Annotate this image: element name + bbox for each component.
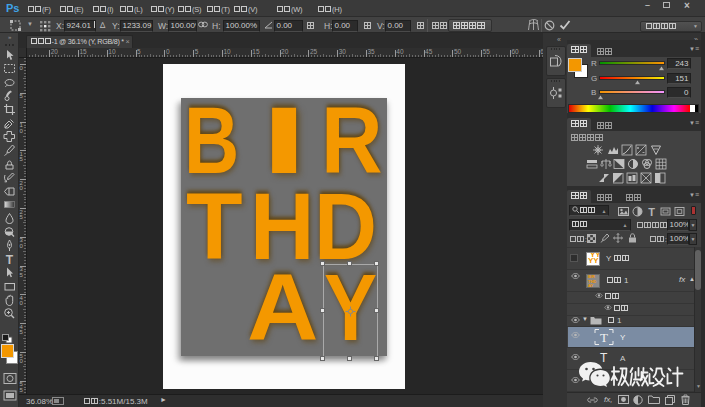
- svg-text:T: T: [6, 253, 14, 266]
- svg-text:T: T: [600, 330, 608, 345]
- svg-text:T: T: [648, 206, 655, 217]
